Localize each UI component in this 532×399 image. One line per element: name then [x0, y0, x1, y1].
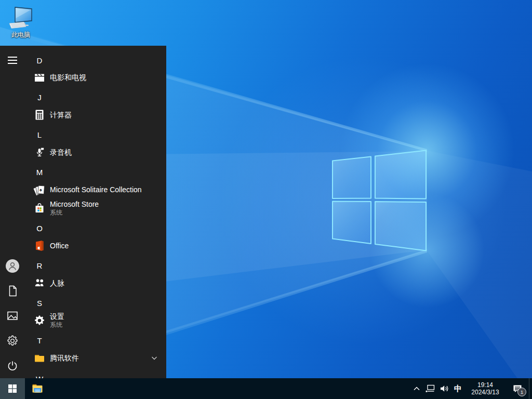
clock-time: 19:14	[477, 381, 493, 389]
app-item-voice-recorder[interactable]: 录音机	[25, 143, 166, 162]
calculator-icon	[33, 109, 46, 121]
action-center-button[interactable]: 1	[506, 378, 529, 399]
notification-badge: 1	[517, 388, 526, 396]
app-item-calculator[interactable]: 计算器	[25, 105, 166, 124]
start-menu-documents-button[interactable]	[6, 285, 19, 297]
app-item-settings[interactable]: 设置 系统	[25, 309, 166, 332]
section-letter-d[interactable]: D	[25, 51, 166, 70]
settings-gear-icon	[33, 314, 46, 327]
chevron-down-icon[interactable]	[149, 353, 159, 363]
app-name: Microsoft Store	[50, 200, 99, 209]
windows-logo-icon	[8, 384, 17, 393]
section-letter-w[interactable]: W	[25, 369, 166, 378]
network-icon	[424, 383, 436, 394]
start-menu-power-button[interactable]	[6, 360, 19, 372]
ime-indicator[interactable]: 中	[451, 378, 465, 399]
folder-icon	[33, 352, 46, 364]
start-menu-expand-button[interactable]	[6, 54, 19, 66]
svg-text:♠: ♠	[39, 187, 43, 192]
app-item-people[interactable]: 人脉	[25, 274, 166, 292]
start-button[interactable]	[0, 378, 25, 399]
app-item-microsoft-store[interactable]: Microsoft Store 系统	[25, 197, 166, 220]
speaker-icon	[438, 383, 450, 394]
app-subtitle: 系统	[50, 209, 99, 216]
app-item-tencent-folder[interactable]: 腾讯软件	[25, 349, 166, 367]
start-menu-app-list: D 电影和电视 J	[25, 46, 166, 378]
network-tray-button[interactable]	[423, 378, 437, 399]
desktop-icon-this-pc[interactable]: 此电脑	[5, 5, 36, 39]
clock[interactable]: 19:14 2024/3/13	[465, 378, 506, 399]
app-item-office[interactable]: Office	[25, 236, 166, 255]
volume-tray-button[interactable]	[437, 378, 451, 399]
app-name: 设置	[50, 312, 64, 321]
file-explorer-icon	[31, 382, 44, 395]
movies-tv-icon	[33, 71, 46, 84]
chevron-up-icon	[411, 383, 422, 394]
desktop-icon-label: 此电脑	[5, 31, 36, 39]
app-subtitle: 系统	[50, 321, 64, 328]
system-tray: 中 19:14 2024/3/13 1	[410, 378, 532, 399]
section-letter-t[interactable]: T	[25, 331, 166, 350]
section-letter-m[interactable]: M	[25, 163, 166, 181]
this-pc-icon	[8, 5, 33, 30]
taskbar: 中 19:14 2024/3/13 1	[0, 378, 532, 399]
show-desktop-button[interactable]	[529, 378, 532, 399]
app-item-solitaire[interactable]: ♠ Microsoft Solitaire Collection	[25, 180, 166, 199]
section-letter-l[interactable]: L	[25, 125, 166, 144]
start-menu-pictures-button[interactable]	[6, 310, 19, 322]
pictures-icon	[6, 310, 19, 322]
start-menu: D 电影和电视 J	[0, 46, 166, 378]
start-menu-user-button[interactable]	[6, 259, 19, 273]
section-letter-j[interactable]: J	[25, 88, 166, 107]
section-letter-o[interactable]: O	[25, 219, 166, 237]
app-item-movies-tv[interactable]: 电影和电视	[25, 68, 166, 87]
tray-overflow-button[interactable]	[410, 378, 423, 399]
clock-date: 2024/3/13	[471, 389, 499, 396]
store-bag-icon	[33, 202, 46, 215]
power-icon	[6, 360, 19, 372]
hamburger-icon	[6, 54, 19, 66]
screen: 此电脑	[0, 0, 532, 399]
start-menu-settings-button[interactable]	[6, 335, 19, 347]
section-letter-r[interactable]: R	[25, 256, 166, 275]
user-avatar-icon	[6, 259, 19, 273]
voice-recorder-icon	[33, 146, 46, 158]
gear-icon	[6, 335, 19, 347]
office-icon	[33, 240, 46, 252]
document-icon	[6, 285, 19, 297]
file-explorer-button[interactable]	[25, 378, 50, 399]
solitaire-cards-icon: ♠	[33, 183, 46, 196]
people-icon	[33, 277, 46, 289]
